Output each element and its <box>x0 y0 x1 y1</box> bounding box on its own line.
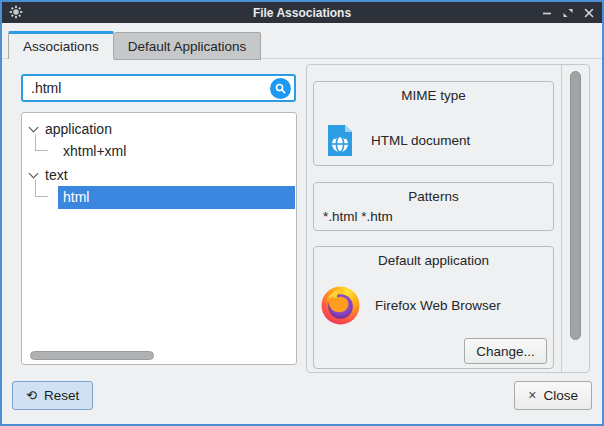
firefox-icon <box>320 285 361 326</box>
search-button[interactable] <box>270 78 291 99</box>
mime-type-value: HTML document <box>371 133 470 148</box>
minimize-icon <box>542 8 552 18</box>
reset-button[interactable]: ⟲ Reset <box>12 381 93 410</box>
tree-item-label: html <box>58 186 295 209</box>
file-associations-dialog: File Associations Associations Default A… <box>0 0 604 426</box>
patterns-value: *.html *.htm <box>323 209 393 224</box>
minimize-button[interactable] <box>540 6 554 20</box>
close-button-label: Close <box>543 388 578 403</box>
group-title: MIME type <box>314 88 553 103</box>
tree-item-html[interactable]: html <box>22 186 296 209</box>
tree-item-text[interactable]: text <box>22 163 296 186</box>
close-icon <box>584 8 594 18</box>
close-button[interactable]: × Close <box>514 381 592 410</box>
horizontal-scrollbar[interactable] <box>30 351 154 360</box>
tree-item-label: application <box>45 121 112 137</box>
chevron-down-icon[interactable] <box>29 123 39 133</box>
details-panel: MIME type HTML document Patterns *.html … <box>306 64 590 373</box>
reset-button-label: Reset <box>44 388 79 403</box>
window-controls <box>540 2 596 23</box>
change-button[interactable]: Change... <box>464 338 547 364</box>
tree-item-label: xhtml+xml <box>58 140 296 163</box>
tab-default-applications[interactable]: Default Applications <box>114 32 262 60</box>
tab-associations[interactable]: Associations <box>8 31 114 59</box>
html-document-icon <box>324 124 356 157</box>
gear-icon <box>9 5 23 19</box>
search-field <box>21 74 296 102</box>
close-x-icon: × <box>528 387 536 403</box>
window-title: File Associations <box>2 6 602 20</box>
branch-line <box>35 180 48 197</box>
maximize-icon <box>563 8 573 18</box>
patterns-group: Patterns *.html *.htm <box>313 182 554 231</box>
tree-item-application[interactable]: application <box>22 117 296 140</box>
group-title: Default application <box>314 253 553 268</box>
group-title: Patterns <box>314 189 553 204</box>
search-input[interactable] <box>23 80 270 96</box>
mime-type-group: MIME type HTML document <box>313 81 554 166</box>
titlebar: File Associations <box>2 2 602 23</box>
tree-item-xhtml-xml[interactable]: xhtml+xml <box>22 140 296 163</box>
vertical-scrollbar-track[interactable] <box>561 65 589 372</box>
vertical-scrollbar-thumb[interactable] <box>570 71 581 340</box>
search-icon <box>274 82 287 95</box>
default-application-group: Default application <box>313 246 554 369</box>
default-application-value: Firefox Web Browser <box>375 298 501 313</box>
undo-icon: ⟲ <box>26 389 37 402</box>
close-window-button[interactable] <box>582 6 596 20</box>
tab-bar: Associations Default Applications <box>8 31 261 59</box>
mime-tree: application xhtml+xml text html <box>21 112 297 365</box>
chevron-down-icon[interactable] <box>29 169 39 179</box>
maximize-button[interactable] <box>561 6 575 20</box>
branch-line <box>35 134 48 151</box>
tree-item-label: text <box>45 167 68 183</box>
